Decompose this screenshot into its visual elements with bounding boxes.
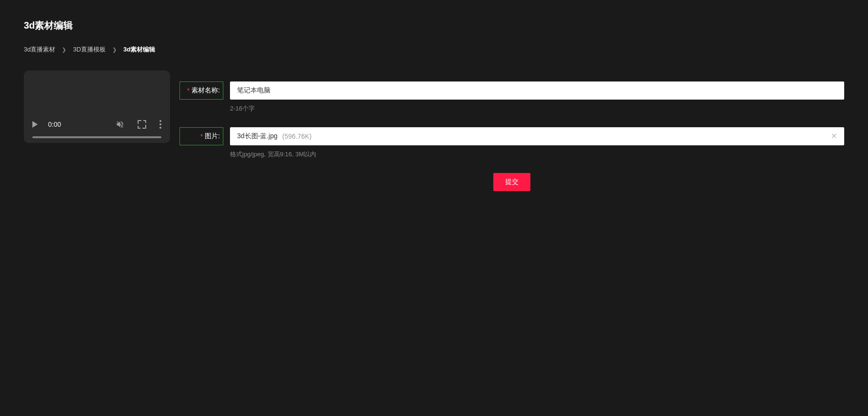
image-file-input[interactable]: 3d长图-蓝.jpg (596.76K) ✕ bbox=[230, 127, 844, 145]
video-progress-bar[interactable] bbox=[32, 136, 161, 138]
close-icon[interactable]: ✕ bbox=[831, 132, 837, 140]
mute-icon[interactable] bbox=[116, 120, 124, 129]
image-label: * 图片: bbox=[180, 127, 223, 145]
chevron-right-icon: ❯ bbox=[62, 47, 66, 53]
image-hint: 格式jpg/jpeg, 宽高9:16, 3M以内 bbox=[230, 150, 844, 159]
breadcrumb-item-material[interactable]: 3d直播素材 bbox=[24, 45, 55, 54]
play-icon[interactable] bbox=[32, 121, 38, 128]
breadcrumb-item-template[interactable]: 3D直播模板 bbox=[73, 45, 106, 54]
file-name: 3d长图-蓝.jpg bbox=[237, 132, 278, 141]
file-size: (596.76K) bbox=[282, 132, 311, 140]
material-name-label: * 素材名称: bbox=[180, 81, 223, 100]
material-name-input[interactable] bbox=[230, 81, 844, 100]
breadcrumb: 3d直播素材 ❯ 3D直播模板 ❯ 3d素材编辑 bbox=[24, 45, 844, 54]
video-preview[interactable]: 0:00 bbox=[24, 71, 170, 143]
chevron-right-icon: ❯ bbox=[112, 47, 117, 53]
breadcrumb-item-edit: 3d素材编辑 bbox=[123, 45, 155, 54]
material-name-hint: 2-16个字 bbox=[230, 104, 844, 113]
more-icon[interactable] bbox=[160, 120, 161, 129]
submit-button[interactable]: 提交 bbox=[493, 173, 530, 191]
video-controls: 0:00 bbox=[24, 116, 170, 143]
video-time: 0:00 bbox=[48, 121, 61, 128]
fullscreen-icon[interactable] bbox=[138, 120, 146, 129]
page-title: 3d素材编辑 bbox=[24, 19, 844, 32]
